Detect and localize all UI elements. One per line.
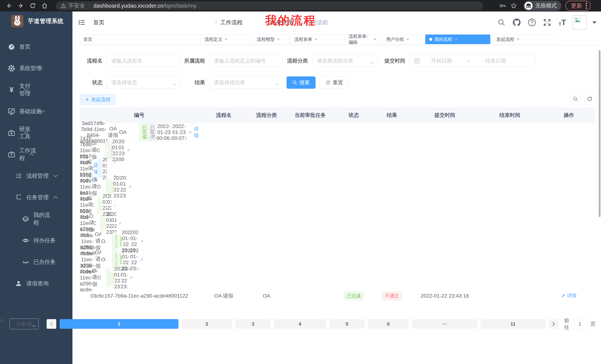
sidebar-menu-item[interactable]: 请假查询: [0, 273, 72, 294]
result-badge: 已取消: [147, 123, 157, 141]
pencil-icon: [127, 148, 130, 153]
goto-page-input[interactable]: [572, 318, 588, 329]
filter-status-select[interactable]: 请选择状态: [107, 77, 180, 89]
page-number-button[interactable]: 1: [60, 319, 179, 329]
yen-icon: ¥: [10, 86, 13, 93]
monitor-icon: [8, 108, 15, 115]
sidebar-menu-item[interactable]: 已办任务: [0, 251, 72, 273]
status-badge: 已完成: [100, 214, 103, 232]
table-refresh-button[interactable]: [584, 93, 595, 105]
sidebar-menu-item[interactable]: 系统管理: [0, 57, 50, 79]
browser-forward-button[interactable]: [15, 1, 27, 10]
browser-update-button[interactable]: 更新: [565, 1, 591, 11]
tab-close-icon[interactable]: ×: [315, 37, 317, 42]
cell-category: OA: [97, 184, 100, 190]
detail-action-link[interactable]: 详情: [561, 292, 577, 299]
content-header: 首页 /工作流程 /任务管理 /我的流程 TT: [72, 11, 601, 33]
table-header-cell: 操作: [542, 112, 595, 119]
trash-icon: [114, 160, 115, 164]
page-tab[interactable]: 我的流程 ×: [425, 35, 490, 44]
help-button[interactable]: [527, 18, 537, 27]
cell-process-name: OA 请假: [199, 292, 249, 299]
cell-end-time: 2022-01-22 23:44:42: [121, 266, 127, 290]
tab-close-icon[interactable]: ×: [374, 37, 376, 42]
sidebar-menu-item[interactable]: 研发工具: [0, 122, 35, 144]
page-size-select[interactable]: 10条/页: [10, 318, 39, 329]
page-tab[interactable]: 流程表单 ×: [290, 35, 342, 44]
page-number-button[interactable]: 6: [368, 319, 409, 329]
page-number-button[interactable]: ···: [412, 319, 477, 329]
url-bar[interactable]: 不安全 dashboard.yudao.iocoder.cn/bpm/task/…: [56, 1, 483, 10]
pencil-icon: [189, 130, 192, 134]
sidebar-menu-item[interactable]: 工作流程: [0, 144, 41, 165]
github-button[interactable]: [512, 18, 521, 27]
sidebar-menu-item[interactable]: 流程管理: [0, 165, 65, 187]
cell-category: OA: [119, 129, 127, 135]
chevron-left-icon: [50, 322, 53, 326]
tree-icon: [15, 194, 22, 201]
briefcase-icon: [8, 151, 15, 158]
sidebar-collapse-button[interactable]: [78, 18, 86, 27]
detail-action-link[interactable]: 详情: [129, 180, 132, 193]
detail-action-link[interactable]: 详情: [114, 199, 115, 211]
sidebar-menu-item[interactable]: 待办任务: [0, 230, 72, 251]
page-number-button[interactable]: 11: [481, 319, 545, 329]
detail-action-link[interactable]: 详情: [140, 253, 145, 266]
page-number-button[interactable]: 5: [329, 319, 365, 329]
browser-back-button[interactable]: [3, 1, 15, 10]
filter-time-range[interactable]: 开始日期 - 结束日期: [410, 55, 535, 67]
page-tab[interactable]: 发起流程 ×: [492, 35, 558, 44]
breadcrumb-item[interactable]: 工作流程: [220, 19, 242, 25]
tab-close-icon[interactable]: ×: [407, 37, 409, 42]
page-tab[interactable]: 流程模型 ×: [253, 35, 288, 44]
prev-page-button[interactable]: [47, 319, 56, 329]
table-row: 3ad174fb-7b9d-11ec-8404-acde48001122 OA …: [80, 123, 199, 141]
password-key-button[interactable]: [497, 1, 508, 10]
tab-close-icon[interactable]: ×: [225, 37, 227, 42]
page-number-button[interactable]: 4: [274, 319, 326, 329]
search-submit-button[interactable]: 搜索: [287, 77, 316, 89]
sidebar-menu-item[interactable]: 基础设施: [0, 101, 52, 122]
browser-home-button[interactable]: [39, 1, 50, 10]
sidebar-menu-item[interactable]: 我的流程: [0, 208, 53, 230]
fullscreen-button[interactable]: [542, 18, 552, 27]
avatar-dropdown-caret[interactable]: [592, 21, 597, 24]
active-dot-icon: [429, 38, 432, 41]
page-tab[interactable]: 流程表单-编辑 ×: [345, 35, 380, 44]
bookmark-star-button[interactable]: [508, 1, 519, 10]
filter-name-input[interactable]: [107, 55, 180, 67]
tab-close-icon[interactable]: ×: [517, 37, 519, 42]
avatar[interactable]: [573, 15, 587, 29]
filter-category-select[interactable]: 请选择流程分类: [312, 55, 377, 67]
next-page-button[interactable]: [549, 319, 559, 329]
detail-action-link[interactable]: 详情: [140, 235, 145, 248]
reset-button[interactable]: 重置: [320, 77, 349, 89]
cancel-action-link[interactable]: 取消: [114, 156, 115, 169]
scrollbar-thumb[interactable]: [599, 50, 601, 217]
browser-reload-button[interactable]: [27, 1, 39, 10]
user-icon: [15, 280, 22, 287]
page-number-button[interactable]: 3: [235, 319, 270, 329]
search-button[interactable]: [497, 18, 506, 27]
filter-process-input[interactable]: [210, 55, 283, 67]
font-size-button[interactable]: TT: [558, 18, 567, 27]
page-number-button[interactable]: 2: [182, 319, 232, 329]
sidebar-menu-item[interactable]: 任务管理: [0, 187, 65, 208]
detail-action-link[interactable]: 详情: [130, 271, 133, 284]
page-tab[interactable]: 首页: [80, 35, 198, 44]
detail-action-link[interactable]: 详情: [119, 217, 121, 230]
page-tab[interactable]: 流程定义 ×: [200, 35, 251, 44]
page-tab[interactable]: 用户分组 ×: [382, 35, 423, 44]
tab-close-icon[interactable]: ×: [277, 37, 280, 42]
sidebar-menu-item[interactable]: ¥ 支付管理: [0, 79, 35, 101]
cell-submit-time: 2022-01-23 00:06:17: [157, 123, 172, 141]
detail-action-link[interactable]: 详情: [189, 126, 199, 139]
create-process-button[interactable]: 发起流程: [80, 94, 116, 105]
breadcrumb-item[interactable]: 首页: [93, 19, 104, 25]
detail-action-link[interactable]: 详情: [127, 144, 130, 157]
table-search-toggle-button[interactable]: [570, 93, 581, 105]
cell-category: OA: [96, 147, 100, 153]
filter-result-select[interactable]: 请选择流结果: [210, 77, 283, 89]
cell-submit-time: 2022-01-22 23:43:16: [412, 293, 477, 299]
tab-close-icon[interactable]: ×: [455, 37, 457, 42]
